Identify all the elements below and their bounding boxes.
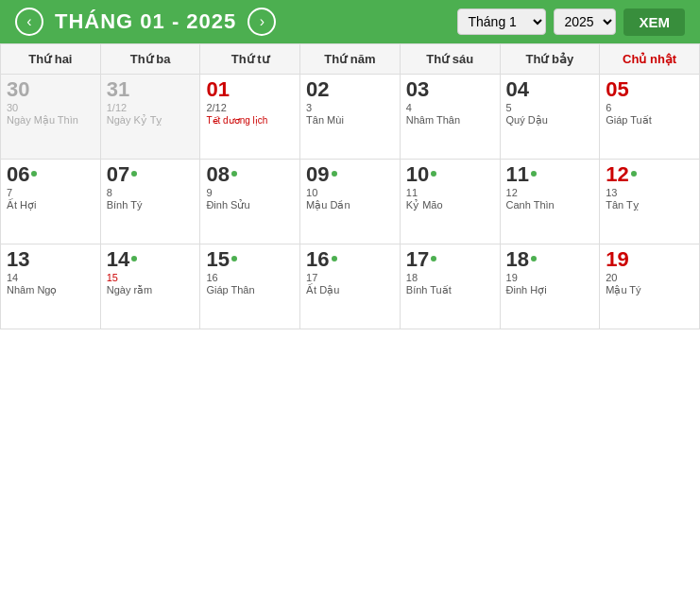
lunar-date: 3 [306, 102, 394, 113]
lunar-name: Ất Hợi [7, 199, 94, 211]
weekday-header: Thứ hai [1, 44, 101, 75]
month-select[interactable]: Tháng 1Tháng 2Tháng 3Tháng 4Tháng 5Tháng… [457, 8, 546, 35]
solar-date: 04 [506, 78, 594, 101]
calendar-day-cell[interactable]: 078Bính Tý [100, 160, 200, 244]
calendar-day-cell[interactable]: 1011Kỷ Mão [400, 160, 500, 244]
lunar-name: Tân Mùi [306, 114, 394, 126]
lunar-date: 13 [606, 187, 693, 198]
calendar-day-cell[interactable]: 1213Tân Tỵ [600, 160, 700, 244]
view-button[interactable]: XEM [623, 8, 685, 36]
solar-date: 06 [7, 163, 94, 186]
calendar-day-cell[interactable]: 045Quý Dậu [500, 75, 600, 160]
solar-date: 19 [606, 248, 693, 271]
solar-date: 14 [107, 248, 195, 271]
lunar-name: Mậu Dần [306, 199, 394, 211]
lunar-name: Nhâm Ngọ [7, 284, 94, 296]
lunar-indicator-dot [332, 256, 337, 261]
calendar-day-cell[interactable]: 012/12Tết dương lịch [200, 75, 300, 160]
lunar-date: 14 [7, 272, 94, 283]
lunar-name: Nhâm Thân [406, 114, 494, 126]
lunar-name: Bính Tý [107, 199, 195, 211]
lunar-date: 4 [406, 102, 494, 113]
lunar-name: Mậu Tý [606, 284, 693, 296]
solar-date: 01 [206, 78, 294, 101]
solar-date: 16 [306, 248, 394, 271]
calendar-day-cell[interactable]: 311/12Ngày Kỷ Tỵ [100, 75, 200, 160]
lunar-date: 15 [107, 272, 195, 283]
calendar-week-row: 067Ất Hợi078Bính Tý089Đinh Sửu0910Mậu Dầ… [1, 160, 700, 244]
weekday-header: Thứ tư [200, 44, 300, 75]
lunar-date: 17 [306, 272, 394, 283]
lunar-indicator-dot [332, 171, 337, 177]
calendar-day-cell[interactable]: 089Đinh Sửu [200, 160, 300, 244]
calendar-week-row: 3030Ngày Mậu Thìn311/12Ngày Kỷ Tỵ012/12T… [1, 75, 700, 160]
calendar-day-cell[interactable]: 1617Ất Dậu [300, 244, 401, 329]
lunar-name: Ngày Mậu Thìn [7, 114, 94, 126]
calendar-day-cell[interactable]: 1516Giáp Thân [200, 244, 300, 329]
calendar-table: Thứ haiThứ baThứ tưThứ nămThứ sáuThứ bảy… [0, 43, 700, 329]
lunar-date: 1/12 [107, 102, 195, 113]
lunar-name: Đinh Sửu [206, 199, 294, 211]
solar-date: 07 [107, 163, 195, 186]
solar-date: 31 [107, 78, 195, 101]
event-label: Tết dương lịch [206, 115, 294, 126]
lunar-indicator-dot [431, 256, 436, 261]
lunar-date: 2/12 [206, 102, 294, 113]
calendar-day-cell[interactable]: 3030Ngày Mậu Thìn [1, 75, 101, 160]
lunar-indicator-dot [231, 171, 237, 177]
lunar-name: Quý Dậu [506, 114, 594, 126]
solar-date: 13 [7, 248, 94, 271]
calendar-day-cell[interactable]: 1718Bính Tuất [400, 244, 500, 329]
lunar-date: 16 [206, 272, 294, 283]
weekday-header: Thứ ba [100, 44, 200, 75]
calendar-day-cell[interactable]: 0910Mậu Dần [300, 160, 401, 244]
lunar-indicator-dot [231, 256, 237, 261]
lunar-name: Giáp Tuất [606, 114, 693, 126]
calendar-day-cell[interactable]: 1314Nhâm Ngọ [1, 244, 101, 329]
lunar-indicator-dot [131, 256, 137, 261]
calendar-header: ‹ THÁNG 01 - 2025 › Tháng 1Tháng 2Tháng … [0, 0, 700, 43]
solar-date: 17 [406, 248, 494, 271]
lunar-name: Bính Tuất [406, 284, 494, 296]
lunar-indicator-dot [131, 171, 137, 177]
weekday-header: Thứ năm [300, 44, 401, 75]
calendar-day-cell[interactable]: 023Tân Mùi [300, 75, 401, 160]
solar-date: 11 [506, 163, 594, 186]
month-year-title: THÁNG 01 - 2025 [55, 9, 236, 34]
weekday-header: Chủ nhật [600, 44, 700, 75]
lunar-name: Đinh Hợi [506, 284, 594, 296]
lunar-date: 12 [506, 187, 594, 198]
lunar-indicator-dot [531, 256, 537, 261]
lunar-date: 5 [506, 102, 594, 113]
calendar-day-cell[interactable]: 034Nhâm Thân [400, 75, 500, 160]
prev-month-button[interactable]: ‹ [15, 8, 43, 36]
solar-date: 03 [406, 78, 494, 101]
lunar-date: 20 [606, 272, 693, 283]
lunar-date: 9 [206, 187, 294, 198]
solar-date: 05 [606, 78, 693, 101]
lunar-name: Giáp Thân [206, 284, 294, 295]
calendar-day-cell[interactable]: 067Ất Hợi [1, 160, 101, 244]
solar-date: 10 [406, 163, 494, 186]
lunar-indicator-dot [31, 171, 37, 177]
calendar-day-cell[interactable]: 1112Canh Thìn [500, 160, 600, 244]
calendar-day-cell[interactable]: 056Giáp Tuất [600, 75, 700, 160]
lunar-name: Ngày Kỷ Tỵ [107, 114, 195, 126]
calendar-day-cell[interactable]: 1415Ngày rằm [100, 244, 200, 329]
weekday-header: Thứ bảy [500, 44, 600, 75]
calendar-day-cell[interactable]: 1819Đinh Hợi [500, 244, 600, 329]
solar-date: 09 [306, 163, 394, 186]
lunar-name: Tân Tỵ [606, 199, 693, 211]
lunar-date: 30 [7, 102, 94, 113]
year-select[interactable]: 2020202120222023202420252026202720282029… [554, 8, 616, 35]
lunar-indicator-dot [531, 171, 537, 177]
calendar-week-row: 1314Nhâm Ngọ1415Ngày rằm1516Giáp Thân161… [1, 244, 700, 329]
lunar-date: 18 [406, 272, 494, 283]
solar-date: 15 [206, 248, 294, 271]
lunar-date: 8 [107, 187, 195, 198]
lunar-date: 6 [606, 102, 693, 113]
lunar-date: 7 [7, 187, 94, 198]
next-month-button[interactable]: › [248, 8, 276, 36]
calendar-day-cell[interactable]: 1920Mậu Tý [600, 244, 700, 329]
lunar-date: 19 [506, 272, 594, 283]
